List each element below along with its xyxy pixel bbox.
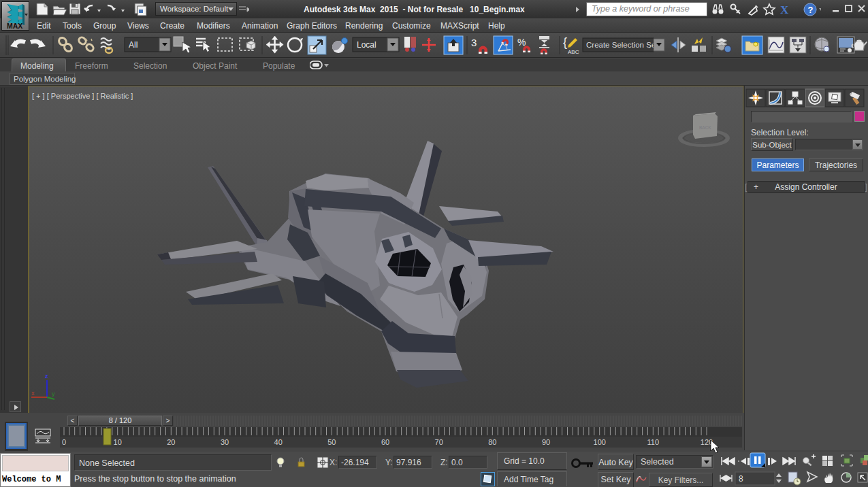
svg-text:y: y (52, 390, 55, 397)
svg-text:3: 3 (471, 37, 477, 48)
svg-text:110: 110 (647, 438, 660, 446)
svg-text:?: ? (808, 5, 814, 15)
svg-text:90: 90 (542, 438, 550, 446)
svg-text:All: All (129, 40, 138, 50)
svg-text:BACK: BACK (699, 125, 711, 130)
svg-text:70: 70 (435, 438, 443, 446)
svg-text:40: 40 (274, 438, 283, 446)
svg-text:0: 0 (62, 438, 66, 446)
svg-text:Local: Local (357, 40, 376, 50)
svg-text:x: x (31, 390, 35, 397)
svg-text:{: { (563, 35, 567, 49)
svg-text:[ + ] [ Perspective ] [ Realis: [ + ] [ Perspective ] [ Realistic ] (32, 92, 133, 100)
svg-text:ABC: ABC (568, 49, 579, 55)
svg-text:MAX: MAX (7, 22, 22, 30)
svg-text:20: 20 (167, 438, 175, 446)
svg-text:Create Selection Se: Create Selection Se (586, 41, 656, 49)
svg-text:100: 100 (594, 438, 606, 446)
svg-text:30: 30 (221, 438, 229, 446)
svg-text:%: % (517, 37, 526, 48)
svg-text:8: 8 (739, 474, 743, 484)
svg-text:50: 50 (327, 438, 336, 446)
svg-text:X: X (780, 3, 789, 16)
svg-text:60: 60 (381, 438, 389, 446)
svg-text:10: 10 (114, 438, 122, 446)
svg-text:80: 80 (488, 438, 496, 446)
svg-text:z: z (45, 373, 48, 380)
